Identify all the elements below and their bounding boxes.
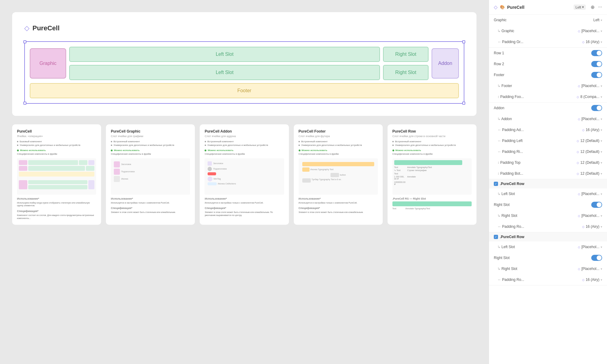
left-slot-1: Left Slot <box>69 47 380 62</box>
toggle-right-slot-2[interactable] <box>591 255 602 261</box>
doc-card-purecell[interactable]: PureCell Ячейки. «операция» ■ Базовый ко… <box>12 124 101 225</box>
panel-label-padding-top: Padding Top <box>494 160 577 165</box>
panel-row-padding-ad: Padding Ad... ◇ 16 (Airy) ▾ <box>489 124 607 135</box>
panel-section-header-row1: ✓ .PureCell Row <box>489 179 607 188</box>
panel-row-footer: Footer <box>489 69 607 80</box>
panel-value-padding-top[interactable]: ◇ 12 (Default) ▾ <box>577 160 602 165</box>
panel-label-right-slot-indent-2: Right Slot <box>494 267 578 271</box>
panel-value-padding-ro-2[interactable]: ◇ 16 (Airy) ▾ <box>582 278 602 282</box>
panel-value-padding-ri[interactable]: ◇ 12 (Default) ▾ <box>577 150 602 154</box>
doc-mini-diagram-0 <box>17 158 96 195</box>
panel-row-padding-ro-2: Padding Ro... ◇ 16 (Airy) ▾ <box>489 274 607 285</box>
right-panel: ◇ 🎨 PureCell Left ▾ ⊕ ··· Graphic Left ▾… <box>489 0 607 364</box>
doc-card-subtitle-3: Слот ячейки для футера <box>299 135 378 138</box>
doc-usage-text-4: Специфические компоненты в фрейм <box>392 153 472 156</box>
doc-usage-label-4: Можно использовать <box>392 149 472 152</box>
doc-card-subtitle-2: Слот ячейки для аддона <box>205 135 284 138</box>
toggle-addon[interactable] <box>591 105 602 111</box>
panel-row-padding-left: Padding Left ◇ 12 (Default) ▾ <box>489 135 607 146</box>
doc-card-row[interactable]: PureCell Row Слот ячейки для строки в ос… <box>388 124 476 225</box>
panel-label-padding-ro-2: Padding Ro... <box>494 278 582 282</box>
panel-header-logo: 🎨 <box>500 5 505 9</box>
canvas-area: ◇ PureCell Graphic Left Slot Left Slot R… <box>0 0 489 364</box>
panel-row-footer-indent: Footer ◇ [Placehol... ▾ <box>489 80 607 91</box>
panel-value-padding-foo[interactable]: ◇ 8 (Compa... ▾ <box>577 95 602 99</box>
panel-value-right-slot-indent-1[interactable]: ◇ [Placehol... ▾ <box>578 214 602 218</box>
panel-section-row2: Left Slot ◇ [Placehol... ▾ Right Slot Ri… <box>489 241 607 285</box>
doc-card-subtitle-4: Слот ячейки для строки в основной части <box>392 135 472 138</box>
doc-card-footer[interactable]: PureCell Footer Слот ячейки для футера ■… <box>294 124 383 225</box>
panel-value-left-slot-2[interactable]: ◇ [Placehol... ▾ <box>578 245 602 249</box>
left-slot-2: Left Slot <box>69 65 380 80</box>
panel-section-addon: Addon Addon ◇ [Placehol... ▾ Padding Ad.… <box>489 103 607 179</box>
panel-value-padding-gr[interactable]: ◇ 16 (Airy) ▾ <box>582 40 602 44</box>
doc-bullet-3-0: ■ Встроенный компонент <box>299 140 378 143</box>
doc-bullet-0-0: ■ Базовый компонент <box>17 140 96 143</box>
doc-card-addon[interactable]: PureCell Addon Слот ячейки для аддона ■ … <box>200 124 289 225</box>
panel-label-padding-foo: Padding Foo... <box>494 95 577 99</box>
doc-bullet-2-0: ■ Встроенный компонент <box>205 140 284 143</box>
panel-label-row2: Row 2 <box>494 62 591 66</box>
green-dot-0 <box>17 150 19 151</box>
doc-mini-diagram-1: Заголовок Подзаголовок Иконка <box>111 158 190 195</box>
doc-usage-label-1: Можно использовать <box>111 149 190 152</box>
panel-action-more[interactable]: ··· <box>598 4 602 10</box>
panel-value-right-slot-indent-2[interactable]: ◇ [Placehol... ▾ <box>578 267 602 271</box>
section-label-right-slot: .PureCell RS — Right Slot <box>392 197 472 200</box>
doc-card-subtitle-0: Ячейки. «операция» <box>17 135 96 138</box>
doc-usage-label-2: Можно использовать <box>205 149 284 152</box>
right-slot-1: Right Slot <box>383 47 429 62</box>
panel-value-padding-left[interactable]: ◇ 12 (Default) ▾ <box>577 139 602 143</box>
panel-value-left-slot-1[interactable]: ◇ [Placehol... ▾ <box>578 192 602 196</box>
panel-row-row2: Row 2 <box>489 59 607 69</box>
corner-tr <box>462 40 465 43</box>
panel-value-padding-ad[interactable]: ◇ 16 (Airy) ▾ <box>582 128 602 132</box>
toggle-row1[interactable] <box>591 50 602 56</box>
doc-bullet-3-1: ■ Универсален для десктопных и мобильных… <box>299 144 378 147</box>
panel-value-graphic-indent[interactable]: ◇ [Placehol... ▾ <box>578 29 602 33</box>
panel-dropdown[interactable]: Left ▾ <box>574 5 585 10</box>
panel-label-addon: Addon <box>494 106 591 110</box>
green-dot-1 <box>111 150 113 151</box>
doc-card-title-4: PureCell Row <box>392 129 472 133</box>
panel-label-addon-indent: Addon <box>494 117 578 121</box>
panel-label-padding-ri: Padding Ri... <box>494 150 577 154</box>
panel-label-left-slot-1: Left Slot <box>494 192 578 196</box>
panel-label-right-slot-toggle-2: Right Slot <box>494 256 591 260</box>
component-diagram: Graphic Left Slot Left Slot Right Slot R… <box>24 41 464 104</box>
doc-card-title-3: PureCell Footer <box>299 129 378 133</box>
panel-row-padding-ro-1: Padding Ro... ◇ 16 (Airy) ▾ <box>489 221 607 232</box>
panel-section-header-row2: ✓ .PureCell Row <box>489 232 607 241</box>
panel-action-settings[interactable]: ⊕ <box>591 4 595 10</box>
panel-row-padding-foo: Padding Foo... ◇ 8 (Compa... ▾ <box>489 91 607 102</box>
doc-bullet-1-1: ■ Универсален для десктопных и мобильных… <box>111 144 190 147</box>
panel-value-padding-ro-1[interactable]: ◇ 16 (Airy) ▾ <box>582 224 602 229</box>
toggle-right-slot-1[interactable] <box>591 202 602 208</box>
panel-label-padding-gr: Padding Gr... <box>494 40 582 44</box>
panel-value-addon-indent[interactable]: ◇ [Placehol... ▾ <box>578 117 602 121</box>
graphic-block: Graphic <box>30 48 66 79</box>
panel-header: ◇ 🎨 PureCell Left ▾ ⊕ ··· <box>489 0 607 15</box>
doc-usage-label-0: Можно использовать <box>17 149 96 152</box>
doc-bullet-1-0: ■ Встроенный компонент <box>111 140 190 143</box>
footer-block: Footer <box>30 83 459 98</box>
panel-section-title-2: .PureCell Row <box>500 235 524 239</box>
toggle-row2[interactable] <box>591 61 602 67</box>
panel-label-right-slot-indent-1: Right Slot <box>494 214 578 218</box>
panel-row-padding-top: Padding Top ◇ 12 (Default) ▾ <box>489 157 607 168</box>
panel-value-padding-bot[interactable]: ◇ 12 (Default) ▾ <box>577 171 602 176</box>
panel-row-row1: Row 1 <box>489 48 607 59</box>
panel-value-graphic[interactable]: Left ▾ <box>593 18 602 22</box>
right-slot-2: Right Slot <box>383 65 429 80</box>
doc-usage-text-3: Специфические компоненты в фрейм <box>299 153 378 156</box>
panel-row-addon-indent: Addon ◇ [Placehol... ▾ <box>489 113 607 124</box>
green-dot-3 <box>299 150 300 151</box>
card-title-text: PureCell <box>32 24 59 32</box>
doc-card-title-0: PureCell <box>17 129 96 133</box>
panel-label-padding-bot: Padding Bot... <box>494 171 577 176</box>
panel-value-footer-indent[interactable]: ◇ [Placehol... ▾ <box>578 84 602 88</box>
toggle-footer[interactable] <box>591 72 602 78</box>
panel-row-left-slot-1: Left Slot ◇ [Placehol... ▾ <box>489 188 607 199</box>
panel-row-left-slot-2: Left Slot ◇ [Placehol... ▾ <box>489 241 607 252</box>
doc-card-graphic[interactable]: PureCell Graphic Слот ячейки для графики… <box>106 124 195 225</box>
